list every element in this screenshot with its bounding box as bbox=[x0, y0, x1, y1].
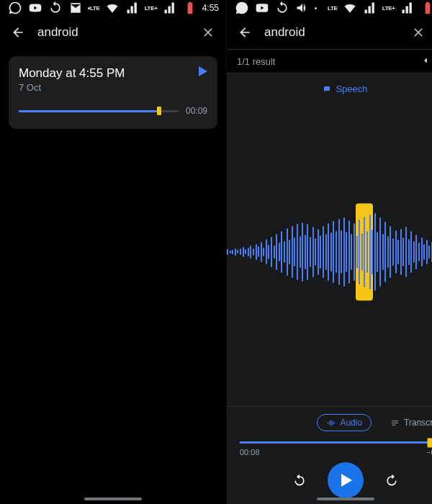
time-elapsed: 00:08 bbox=[240, 448, 260, 456]
play-icon bbox=[341, 474, 352, 487]
recording-duration: 00:09 bbox=[186, 106, 207, 116]
pane-search-results: LTE LTE+ 4:55 android Monday at 4:55 PM … bbox=[0, 0, 226, 504]
recording-progress[interactable] bbox=[19, 110, 179, 112]
whatsapp-icon bbox=[234, 0, 250, 16]
sync-icon bbox=[274, 0, 290, 16]
wifi-icon bbox=[342, 0, 358, 16]
player-controls: 00:08 −00:01 bbox=[227, 438, 432, 504]
sync-icon bbox=[48, 0, 63, 16]
signal-icon-2 bbox=[400, 0, 415, 16]
gmail-icon bbox=[68, 0, 84, 16]
search-query-text[interactable]: android bbox=[264, 25, 399, 40]
youtube-icon bbox=[254, 0, 270, 16]
battery-icon bbox=[182, 0, 198, 16]
play-icon[interactable] bbox=[199, 66, 207, 76]
home-indicator[interactable] bbox=[317, 498, 374, 500]
signal-icon-2 bbox=[162, 0, 178, 16]
recording-title: Monday at 4:55 PM bbox=[19, 66, 207, 81]
signal-icon bbox=[125, 0, 140, 16]
close-icon[interactable] bbox=[200, 24, 216, 40]
back-icon[interactable] bbox=[237, 24, 253, 40]
search-query-text[interactable]: android bbox=[37, 25, 189, 40]
status-clock: 4:55 bbox=[202, 3, 219, 13]
search-toolbar: android bbox=[0, 16, 226, 49]
lte-indicator-2: LTE+ bbox=[382, 5, 395, 12]
time-remaining: −00:01 bbox=[426, 448, 432, 456]
status-bar: LTE LTE+ 4:55 bbox=[0, 0, 226, 16]
rewind-icon[interactable] bbox=[292, 472, 307, 488]
volume-icon bbox=[294, 0, 310, 16]
home-indicator[interactable] bbox=[84, 498, 142, 500]
view-tabs: Audio Transcript bbox=[227, 406, 432, 438]
speech-tag-label: Speech bbox=[336, 84, 367, 94]
prev-result-icon[interactable] bbox=[416, 55, 432, 68]
transcript-icon bbox=[390, 418, 400, 428]
waveform[interactable] bbox=[227, 97, 432, 406]
result-counter-bar: 1/1 result bbox=[227, 49, 432, 73]
lte-indicator: LTE bbox=[328, 5, 338, 12]
audio-tab-label: Audio bbox=[340, 418, 362, 428]
wifi-icon bbox=[104, 0, 120, 16]
youtube-icon bbox=[27, 0, 43, 16]
close-icon[interactable] bbox=[410, 24, 426, 40]
audio-bars-icon bbox=[326, 418, 336, 428]
transcript-tab-label: Transcript bbox=[404, 418, 432, 428]
transcript-tab[interactable]: Transcript bbox=[382, 414, 432, 431]
dot-icon bbox=[315, 7, 317, 9]
whatsapp-icon bbox=[7, 0, 23, 16]
status-bar: LTE LTE+ 4:55 bbox=[227, 0, 432, 16]
player-progress[interactable] bbox=[240, 441, 432, 444]
speech-tag[interactable]: Speech bbox=[323, 84, 367, 94]
battery-icon bbox=[420, 0, 432, 16]
recording-subtitle: 7 Oct bbox=[19, 82, 207, 93]
pane-player: LTE LTE+ 4:55 android 1/1 result Speech bbox=[226, 0, 432, 504]
signal-icon bbox=[362, 0, 378, 16]
search-toolbar: android bbox=[227, 16, 432, 49]
forward-icon[interactable] bbox=[384, 472, 400, 488]
lte-indicator-2: LTE+ bbox=[145, 5, 158, 12]
result-counter: 1/1 result bbox=[237, 56, 275, 67]
audio-tab[interactable]: Audio bbox=[317, 414, 372, 431]
lte-indicator: LTE bbox=[90, 5, 100, 12]
back-icon[interactable] bbox=[10, 24, 26, 40]
speech-bubble-icon bbox=[323, 85, 331, 94]
recording-card[interactable]: Monday at 4:55 PM 7 Oct 00:09 bbox=[9, 56, 217, 129]
play-button[interactable] bbox=[328, 462, 364, 498]
